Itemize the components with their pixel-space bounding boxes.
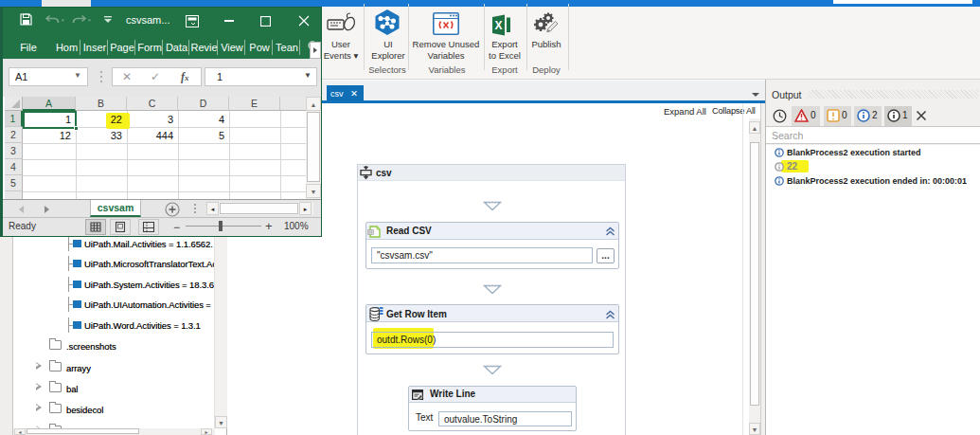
svg-text:X: X bbox=[494, 19, 502, 32]
